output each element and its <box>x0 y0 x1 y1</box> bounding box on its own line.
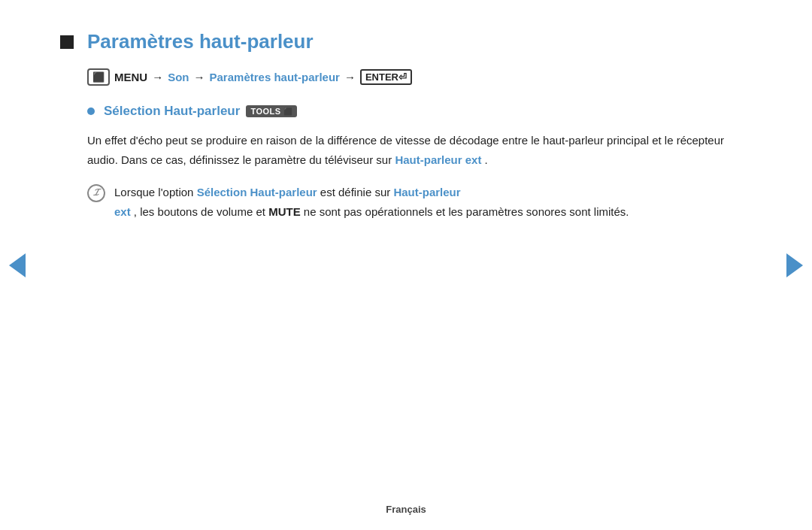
tools-badge-icon: ⬛ <box>283 108 293 116</box>
menu-icon-label: ⬛ <box>92 71 105 83</box>
note-text-2: est définie sur <box>320 186 390 198</box>
nav-left-button[interactable] <box>9 253 26 277</box>
son-link: Son <box>168 71 189 83</box>
bullet-section: Sélection Haut-parleur TOOLS ⬛ <box>87 104 752 119</box>
enter-icon: ENTER⏎ <box>360 69 412 85</box>
bullet-dot <box>87 108 95 115</box>
footer-label: Français <box>386 504 426 515</box>
left-arrow-icon <box>9 253 26 277</box>
note-bold: MUTE <box>268 205 301 218</box>
description-end: . <box>485 153 488 166</box>
title-icon <box>60 35 74 49</box>
title-row: Paramètres haut-parleur <box>60 30 752 53</box>
note-text-1: Lorsque l'option <box>114 186 193 198</box>
menu-path: ⬛ MENU → Son → Paramètres haut-parleur →… <box>87 68 752 86</box>
arrow-1: → <box>152 71 163 83</box>
params-link: Paramètres haut-parleur <box>210 71 340 83</box>
arrow-2: → <box>194 71 205 83</box>
section-title: Sélection Haut-parleur <box>104 104 240 119</box>
enter-label: ENTER <box>365 71 398 83</box>
arrow-3: → <box>344 71 356 83</box>
tools-badge: TOOLS ⬛ <box>246 105 297 117</box>
note-icon: 𝓘 <box>87 184 105 202</box>
bullet-row: Sélection Haut-parleur TOOLS ⬛ <box>87 104 752 119</box>
tools-label: TOOLS <box>250 107 280 116</box>
menu-label: MENU <box>114 71 147 83</box>
note-text: Lorsque l'option Sélection Haut-parleur … <box>114 183 629 221</box>
note-link1: Sélection Haut-parleur <box>197 186 317 198</box>
right-arrow-icon <box>786 253 803 277</box>
description-text: Un effet d'écho peut se produire en rais… <box>87 131 752 169</box>
nav-right-button[interactable] <box>786 253 803 277</box>
note-link3: ext <box>114 205 131 218</box>
note-link2: Haut-parleur <box>393 186 460 198</box>
note-text-4: ne sont pas opérationnels et les paramèt… <box>304 205 629 218</box>
note-section: 𝓘 Lorsque l'option Sélection Haut-parleu… <box>87 183 752 221</box>
description-link: Haut-parleur ext <box>395 153 481 166</box>
note-text-3: , les boutons de volume et <box>134 205 265 218</box>
menu-icon: ⬛ <box>87 68 110 86</box>
page-title: Paramètres haut-parleur <box>87 30 314 53</box>
page-container: Paramètres haut-parleur ⬛ MENU → Son → P… <box>0 0 812 530</box>
